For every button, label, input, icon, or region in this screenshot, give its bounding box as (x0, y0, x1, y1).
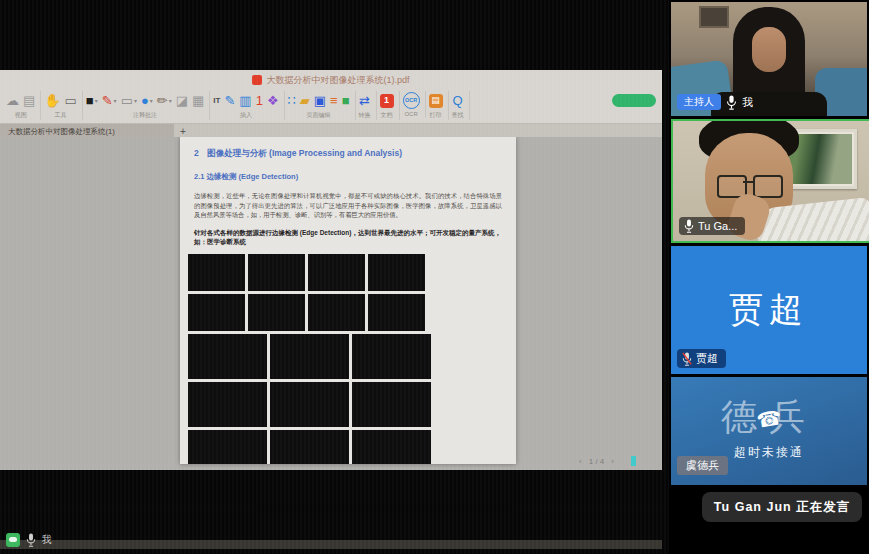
participants-sidebar: 主持人 我 (669, 0, 869, 554)
toolbar-group-label: 打印 (430, 111, 442, 120)
columns-icon[interactable]: ▥ (239, 91, 251, 110)
meeting-app-icon[interactable] (6, 533, 20, 547)
hand-tool-icon[interactable]: ✋ (44, 91, 60, 110)
convert-icon[interactable]: ⇄ (359, 91, 370, 110)
number-stamp-icon[interactable]: 1 (256, 91, 263, 110)
glasses-bridge (743, 181, 753, 183)
edge-detection-image (188, 334, 267, 379)
video-tile-debing[interactable]: 德兵 ☎ 超时未接通 虞德兵 (671, 377, 867, 485)
upgrade-button[interactable] (612, 94, 656, 107)
participant-name-badge: 虞德兵 (677, 456, 728, 475)
toolbar-group-label: 页面编辑 (307, 111, 331, 120)
pdf-reader-window: 大数据分析中对图像处理系统(1).pdf ☁▤视图✋▭工具■▾✎▾▭▾●▾✏▾◪… (0, 70, 662, 470)
edge-detection-image (188, 430, 267, 465)
toolbar-group-label: 注释批注 (133, 111, 157, 120)
select-tool-icon[interactable]: ▭ (65, 91, 77, 110)
edge-detection-image (188, 294, 245, 331)
pdf-doc-icon[interactable]: 1 (380, 94, 394, 108)
subsection-heading: 2.1 边缘检测 (Edge Detection) (194, 172, 516, 182)
participant-name: Tu Ga... (698, 220, 737, 232)
toolbar-group: ⇄转换 (359, 91, 377, 120)
highlighter-icon[interactable]: ✎ (102, 91, 113, 110)
edge-detection-image (352, 334, 431, 379)
body-paragraph: 边缘检测，近些年，无论在图像处理和计算机视觉中，都是不可或缺的核心技术。我们的技… (194, 191, 502, 220)
glasses-icon (753, 175, 783, 198)
document-tab-label: 大数据分析中对图像处理系统(1) (8, 127, 115, 137)
edge-detection-image (270, 382, 349, 427)
text-tool-icon[interactable]: IT (213, 91, 220, 110)
next-page-icon[interactable]: › (611, 457, 614, 466)
edge-detection-image (188, 382, 267, 427)
dropdown-caret-icon[interactable]: ▾ (95, 97, 98, 104)
stamp-icon[interactable]: ▦ (192, 91, 204, 110)
shape-circle-icon[interactable]: ● (141, 91, 149, 110)
cloud-sync-icon[interactable]: ☁ (6, 91, 19, 110)
toolbar-group: 1文档 (380, 91, 400, 120)
dropdown-caret-icon[interactable]: ▾ (169, 97, 172, 104)
prev-page-icon[interactable]: ‹ (579, 457, 582, 466)
page-navigation: ‹ 1 / 4 › (579, 456, 636, 466)
eraser-icon[interactable]: ◪ (176, 91, 188, 110)
dropdown-caret-icon[interactable]: ▾ (134, 97, 137, 104)
green-block-icon[interactable]: ■ (342, 91, 350, 110)
video-tile-host[interactable]: 主持人 我 (671, 2, 867, 116)
toolbar-group: ☁▤视图 (6, 91, 41, 120)
desktop-status-overlay: 我 (6, 533, 52, 547)
edge-detection-image (270, 334, 349, 379)
toolbar-group: ■▾✎▾▭▾●▾✏▾◪▦注释批注 (86, 91, 211, 120)
video-tile-jiachao[interactable]: 贾超 贾超 (671, 246, 867, 374)
mic-icon (684, 219, 694, 233)
color-swatch-icon[interactable]: ■ (86, 91, 94, 110)
shape-rect-icon[interactable]: ▭ (121, 91, 133, 110)
edge-detection-image (248, 294, 305, 331)
toolbar-group-label: OCR (404, 111, 417, 117)
yellow-doc-icon[interactable]: ▰ (300, 91, 310, 110)
ocr-icon[interactable]: OCR (403, 92, 420, 109)
toolbar-group: OCROCR (403, 91, 426, 117)
window-bottom-strip (0, 540, 662, 549)
bold-paragraph: 针对各式各样的数据源进行边缘检测 (Edge Detection)，达到世界最先… (194, 228, 502, 247)
toolbar-group: ✋▭工具 (44, 91, 83, 120)
edit-pen-icon[interactable]: ✎ (224, 91, 235, 110)
wall-frame (699, 6, 729, 28)
pdf-titlebar: 大数据分析中对图像处理系统(1).pdf (0, 70, 662, 90)
participant-display-name: 贾超 (729, 287, 809, 333)
edge-detection-image (270, 430, 349, 465)
orange-list-icon[interactable]: ≡ (330, 91, 338, 110)
toolbar-group-label: 插入 (240, 111, 252, 120)
zoom-handle[interactable] (631, 456, 636, 466)
edge-detection-image (248, 254, 305, 291)
video-tile-speaking[interactable]: Tu Ga... (671, 119, 869, 243)
edge-detection-image (188, 254, 245, 291)
toolbar-group: IT✎▥1❖插入 (213, 91, 284, 120)
toolbar-group-label: 文档 (381, 111, 393, 120)
toolbar-group: Q查找 (452, 91, 470, 120)
meeting-screen: 大数据分析中对图像处理系统(1).pdf ☁▤视图✋▭工具■▾✎▾▭▾●▾✏▾◪… (0, 0, 869, 554)
search-icon[interactable]: Q (453, 91, 463, 110)
print-icon[interactable]: ▤ (429, 94, 443, 108)
dropdown-caret-icon[interactable]: ▾ (114, 97, 117, 104)
participant-name: 贾超 (696, 351, 718, 366)
image-insert-icon[interactable]: ❖ (267, 91, 279, 110)
edge-detection-image (352, 382, 431, 427)
grid-tool-icon[interactable]: ∷ (288, 91, 296, 110)
pdf-page: 2 图像处理与分析 (Image Processing and Analysis… (180, 137, 516, 464)
pencil-icon[interactable]: ✏ (157, 91, 168, 110)
participant-name-badge: Tu Ga... (679, 217, 745, 235)
screen-share-region: 大数据分析中对图像处理系统(1).pdf ☁▤视图✋▭工具■▾✎▾▭▾●▾✏▾◪… (0, 0, 669, 554)
blue-doc-icon[interactable]: ▣ (314, 91, 326, 110)
dropdown-caret-icon[interactable]: ▾ (150, 97, 153, 104)
participant-video-face (752, 27, 786, 72)
edge-detection-image (352, 430, 431, 465)
window-title: 大数据分析中对图像处理系统(1).pdf (266, 74, 409, 87)
page-view-icon[interactable]: ▤ (23, 91, 35, 110)
document-area: 2 图像处理与分析 (Image Processing and Analysis… (0, 137, 662, 470)
mic-icon (26, 533, 36, 547)
speaking-toast: Tu Gan Jun 正在发言 (702, 492, 862, 522)
toolbar-group: ∷▰▣≡■页面编辑 (288, 91, 356, 120)
phone-call-icon: ☎ (755, 405, 784, 433)
toolbar-group-label: 工具 (55, 111, 67, 120)
toolbar-group-label: 视图 (15, 111, 27, 120)
toolbar-group: ▤打印 (429, 91, 449, 120)
mic-muted-icon (682, 352, 692, 366)
